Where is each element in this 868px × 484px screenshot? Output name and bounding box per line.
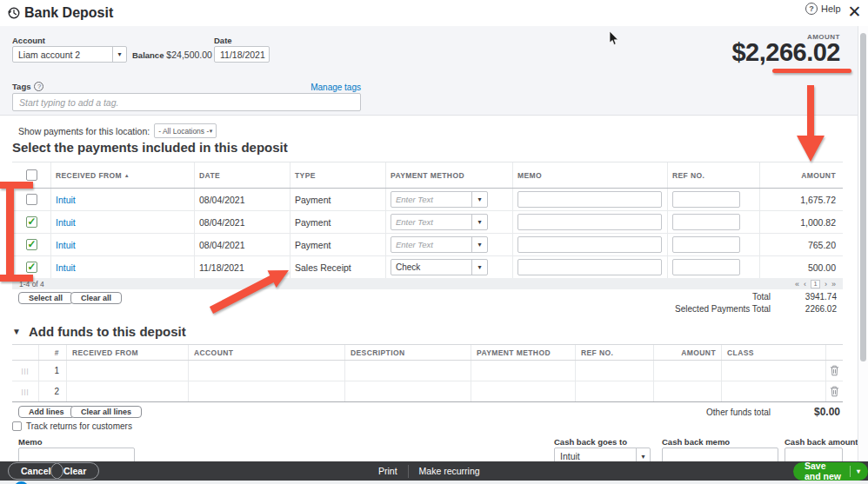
description-cell[interactable] (344, 361, 471, 381)
account-select[interactable]: Liam account 2 ▾ (12, 46, 127, 63)
ref-no-cell[interactable] (575, 381, 653, 401)
add-funds-header: # RECEIVED FROM ACCOUNT DESCRIPTION PAYM… (12, 345, 843, 361)
received-from-link[interactable]: Intuit (56, 217, 76, 228)
clear-button[interactable]: Clear (50, 462, 99, 480)
chevron-down-icon[interactable]: ▾ (851, 467, 868, 475)
ref-no-input[interactable] (672, 214, 740, 230)
close-icon[interactable]: ✕ (846, 3, 863, 20)
amount-cell: 1,000.82 (759, 211, 843, 233)
received-from-link[interactable]: Intuit (56, 195, 76, 205)
select-all-button[interactable]: Select all (18, 292, 73, 304)
track-returns-checkbox[interactable] (12, 421, 22, 431)
deposit-header-panel: Account Liam account 2 ▾ Balance $24,500… (0, 26, 858, 116)
clear-all-button[interactable]: Clear all (70, 292, 122, 304)
drag-handle-icon[interactable]: ||| (21, 388, 29, 395)
select-all-checkbox[interactable] (26, 169, 37, 181)
collapse-icon[interactable]: ▼ (12, 327, 21, 336)
fund-line-row: ||| 2 (12, 381, 843, 402)
received-from-cell[interactable] (66, 381, 188, 401)
col-type[interactable]: TYPE (290, 162, 385, 188)
select-payments-heading: Select the payments included in this dep… (12, 140, 288, 155)
tags-help-icon[interactable]: ? (34, 82, 43, 91)
payment-method-cell[interactable] (471, 381, 575, 401)
row-checkbox[interactable] (26, 216, 37, 228)
col-ref-no[interactable]: REF NO. (667, 162, 759, 188)
row-checkbox[interactable] (26, 262, 37, 273)
range-text: 1-4 of 4 (19, 280, 44, 288)
col-memo[interactable]: MEMO (512, 162, 667, 188)
memo-input[interactable] (517, 191, 662, 208)
chevron-down-icon[interactable]: ▾ (471, 192, 487, 207)
prev-page-button[interactable]: ‹ (804, 280, 806, 288)
footer-middle: Print Make recurring (378, 465, 480, 478)
payment-method-input[interactable] (391, 192, 471, 207)
bank-deposit-screen: Bank Deposit ? Help ✕ Account Liam accou… (0, 0, 868, 484)
payment-method-combo[interactable]: ▾ (391, 214, 488, 230)
memo-input[interactable] (517, 214, 662, 230)
amount-cell[interactable] (653, 361, 721, 381)
ref-no-input[interactable] (672, 191, 740, 208)
ref-no-input[interactable] (672, 236, 740, 253)
save-and-new-button[interactable]: Save and new ▾ (793, 462, 868, 481)
trash-icon (830, 386, 839, 397)
amount-cell[interactable] (653, 381, 721, 401)
payment-row: Intuit 08/04/2021 Payment ▾ 1,675.72 (12, 189, 843, 211)
current-page[interactable]: 1 (811, 280, 820, 288)
account-cell[interactable] (188, 361, 344, 381)
tags-input[interactable] (12, 93, 361, 111)
add-funds-heading[interactable]: ▼ Add funds to this deposit (12, 324, 186, 339)
memo-input[interactable] (517, 259, 662, 275)
last-page-button[interactable]: » (831, 280, 836, 288)
location-select[interactable]: - All Locations - ▾ (154, 123, 217, 138)
date-label: Date (214, 36, 232, 45)
next-page-button[interactable]: › (825, 280, 827, 288)
received-from-cell[interactable] (66, 361, 188, 381)
tags-label-row: Tags ? (12, 82, 43, 91)
cash-back-goes-to-label: Cash back goes to (554, 437, 627, 447)
ref-no-cell[interactable] (575, 361, 653, 381)
payment-method-combo[interactable]: ▾ (391, 191, 488, 208)
memo-input[interactable] (517, 236, 662, 253)
payment-row: Intuit 08/04/2021 Payment ▾ 1,000.82 (12, 211, 843, 234)
amount-value: $2,266.02 (731, 38, 840, 67)
col-payment-method[interactable]: PAYMENT METHOD (385, 162, 512, 188)
payment-method-cell[interactable] (471, 361, 575, 381)
received-from-link[interactable]: Intuit (56, 240, 76, 250)
col-date[interactable]: DATE (194, 162, 290, 188)
row-checkbox[interactable] (26, 194, 37, 205)
add-lines-button[interactable]: Add lines (18, 406, 75, 418)
date-field[interactable] (214, 46, 270, 63)
pagination-strip: 1-4 of 4 « ‹ 1 › » (12, 278, 843, 289)
scrollbar-thumb[interactable] (860, 33, 866, 361)
col-amount[interactable]: AMOUNT (759, 162, 843, 188)
chevron-down-icon[interactable]: ▾ (471, 215, 487, 229)
payment-method-combo[interactable]: Check▾ (391, 259, 488, 275)
trash-icon (830, 365, 839, 376)
manage-tags-link[interactable]: Manage tags (296, 83, 361, 92)
ref-no-input[interactable] (672, 259, 740, 275)
account-cell[interactable] (188, 381, 344, 401)
col-received-from[interactable]: RECEIVED FROM ▲ (50, 162, 194, 188)
chevron-down-icon[interactable]: ▾ (471, 237, 487, 252)
payment-method-combo[interactable]: ▾ (391, 236, 488, 253)
tags-label: Tags (12, 82, 30, 91)
payment-row: Intuit 11/18/2021 Sales Receipt Check▾ 5… (12, 256, 843, 279)
payment-method-input[interactable] (391, 215, 471, 229)
make-recurring-button[interactable]: Make recurring (419, 466, 480, 476)
print-button[interactable]: Print (378, 466, 397, 476)
clear-all-lines-button[interactable]: Clear all lines (70, 406, 142, 418)
class-cell[interactable] (721, 381, 825, 401)
received-from-link[interactable]: Intuit (56, 262, 76, 273)
help-button[interactable]: ? Help (805, 3, 841, 15)
chevron-down-icon[interactable]: ▾ (471, 260, 487, 275)
scrollbar-track[interactable] (858, 26, 868, 461)
class-cell[interactable] (721, 361, 825, 381)
delete-line-button[interactable] (825, 361, 843, 381)
first-page-button[interactable]: « (795, 280, 799, 288)
delete-line-button[interactable] (825, 381, 843, 401)
chevron-down-icon[interactable]: ▾ (112, 47, 126, 62)
row-checkbox[interactable] (26, 239, 37, 250)
description-cell[interactable] (344, 381, 471, 401)
payment-method-input[interactable] (391, 237, 471, 252)
drag-handle-icon[interactable]: ||| (21, 367, 29, 375)
